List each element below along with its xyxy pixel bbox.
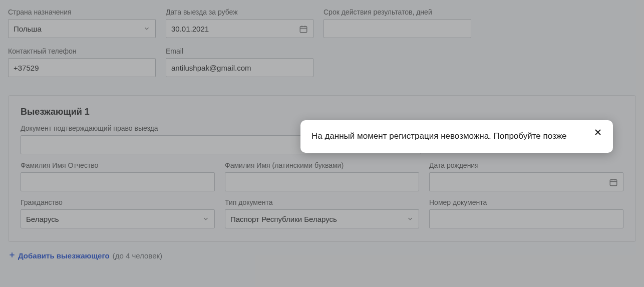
toast-close-button[interactable] [591, 127, 605, 141]
close-icon [593, 127, 603, 141]
error-toast: На данный момент регистрация невозможна.… [300, 120, 613, 153]
toast-message: На данный момент регистрация невозможна.… [311, 130, 586, 143]
